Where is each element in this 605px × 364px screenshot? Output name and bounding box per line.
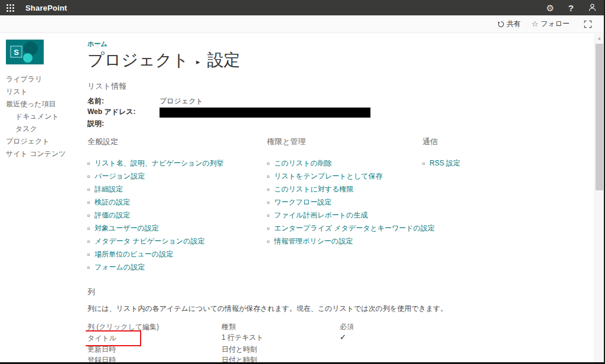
columns-heading: 列 [87,287,595,297]
link-workflow-settings[interactable]: ワークフロー設定 [274,197,331,207]
link-bullet-icon [87,188,90,191]
column-header-required: 必須 [340,321,595,332]
app-title: SharePoint [25,4,67,12]
link-bullet-icon [267,162,269,165]
link-rss-settings[interactable]: RSS 設定 [430,158,460,168]
link-bullet-icon [267,214,269,217]
link-bullet-icon [87,240,90,243]
required-check-icon: ✓ [340,333,346,342]
web-address-label: Web アドレス: [87,108,160,118]
link-permissions-for-this-list[interactable]: このリストに対する権限 [274,184,353,194]
link-bullet-icon [267,202,269,204]
page-title-list-name: プロジェクト [87,49,189,72]
app-launcher-waffle-icon[interactable] [6,4,14,12]
general-settings-heading: 全般設定 [87,136,267,147]
description-value [160,119,595,128]
permissions-management-heading: 権限と管理 [267,136,422,147]
permissions-management-group: 権限と管理 このリストの削除 リストをテンプレートとして保存 このリストに対する… [267,136,422,277]
link-form-settings[interactable]: フォームの設定 [95,262,145,272]
share-sync-icon [497,21,505,28]
column-header-type: 種類 [222,321,340,332]
share-button[interactable]: 共有 [497,19,521,29]
main-content: ホーム プロジェクト ▸ 設定 リスト情報 名前: プロジェクト Web アドレ… [86,34,595,364]
list-info-heading: リスト情報 [87,81,595,92]
sidebar-item-recent[interactable]: 最近使った項目 [0,98,86,110]
link-delete-this-list[interactable]: このリストの削除 [274,158,332,168]
general-settings-group: 全般設定 リスト名、説明、ナビゲーションの列挙 バージョン設定 詳細設定 検証の… [87,136,267,277]
title-chevron-icon: ▸ [196,57,200,66]
link-versioning-settings[interactable]: バージョン設定 [95,171,145,181]
help-icon[interactable]: ? [568,4,574,12]
sidebar-item-project[interactable]: プロジェクト [0,135,86,148]
sidebar-item-site-contents[interactable]: サイト コンテンツ [0,148,86,160]
link-list-name-description-navigation[interactable]: リスト名、説明、ナビゲーションの列挙 [95,158,224,168]
sidebar-item-libraries[interactable]: ライブラリ [0,73,86,86]
table-row-modified-type: 日付と時刻 [222,344,340,355]
list-info-section: リスト情報 名前: プロジェクト Web アドレス: 説明: [87,81,595,128]
columns-table: 列 (クリックして編集) 種類 必須 タイトル 1 行テキスト ✓ 更新日時 日… [87,321,595,364]
column-name-title[interactable]: タイトル [87,334,116,342]
communications-group: 通信 RSS 設定 [422,136,541,277]
left-navigation: S ライブラリ リスト 最近使った項目 ドキュメント タスク プロジェクト サイ… [0,34,86,364]
name-label: 名前: [87,97,160,106]
description-label: 説明: [87,119,160,128]
link-bullet-icon [87,266,90,269]
link-bullet-icon [87,228,90,230]
web-address-redacted-value [160,108,370,118]
account-person-icon[interactable] [588,3,597,13]
table-row-title-type: 1 行テキスト [222,332,340,344]
link-save-list-as-template[interactable]: リストをテンプレートとして保存 [274,171,382,181]
link-advanced-settings[interactable]: 詳細設定 [95,184,123,194]
page-title-settings: 設定 [207,49,240,72]
link-bullet-icon [87,162,90,165]
link-validation-settings[interactable]: 検証の設定 [95,197,130,207]
sidebar-item-tasks[interactable]: タスク [0,123,86,135]
page-title: プロジェクト ▸ 設定 [87,49,595,72]
table-row-modified-name[interactable]: 更新日時 [87,344,222,355]
columns-section: 列 列には、リスト内の各アイテムについての情報が保存されます。現在、このリストで… [87,287,595,364]
suite-bar: SharePoint ⚙ ? [0,0,605,15]
link-per-location-view-settings[interactable]: 場所単位のビューの設定 [95,249,173,259]
link-bullet-icon [267,188,269,191]
vertical-scrollbar[interactable]: ▲ [594,34,604,362]
columns-description: 列には、リスト内の各アイテムについての情報が保存されます。現在、このリストでは次… [87,304,595,314]
link-bullet-icon [87,214,90,217]
link-information-management-policy-settings[interactable]: 情報管理ポリシーの設定 [274,236,353,246]
link-bullet-icon [267,240,269,243]
table-row-created-type: 日付と時刻 [222,355,340,364]
link-bullet-icon [87,202,90,204]
sidebar-item-documents[interactable]: ドキュメント [0,110,86,123]
table-row-title-name[interactable]: タイトル [87,332,222,344]
svg-text:S: S [14,48,19,57]
settings-groups: 全般設定 リスト名、説明、ナビゲーションの列挙 バージョン設定 詳細設定 検証の… [87,136,595,277]
focus-mode-icon[interactable] [584,20,592,28]
link-bullet-icon [267,228,269,230]
link-bullet-icon [87,254,90,256]
link-enterprise-metadata-keywords-settings[interactable]: エンタープライズ メタデータとキーワードの設定 [274,223,435,233]
link-rating-settings[interactable]: 評価の設定 [95,210,130,220]
breadcrumb-home-link[interactable]: ホーム [87,40,108,48]
communications-heading: 通信 [422,136,541,147]
settings-gear-icon[interactable]: ⚙ [546,4,554,12]
link-bullet-icon [422,162,425,165]
follow-star-icon: ☆ [532,20,539,28]
sidebar-item-lists[interactable]: リスト [0,86,86,98]
table-row-modified-required [340,344,595,355]
link-audience-targeting-settings[interactable]: 対象ユーザーの設定 [95,223,159,233]
name-value: プロジェクト [160,97,595,106]
share-label: 共有 [507,19,521,29]
link-generate-file-plan-report[interactable]: ファイル計画レポートの生成 [274,210,367,220]
sharepoint-site-logo[interactable]: S [6,40,44,64]
link-metadata-navigation-settings[interactable]: メタデータ ナビゲーションの設定 [95,236,204,246]
table-row-created-name[interactable]: 登録日時 [87,355,222,364]
follow-button[interactable]: ☆ フォロー [532,19,570,29]
follow-label: フォロー [541,19,570,29]
scroll-up-arrow-icon[interactable]: ▲ [595,34,604,43]
table-row-created-required [340,355,595,364]
scrollbar-thumb[interactable] [596,44,603,190]
link-bullet-icon [87,176,90,178]
command-bar: 共有 ☆ フォロー [0,15,605,33]
link-bullet-icon [267,176,269,178]
